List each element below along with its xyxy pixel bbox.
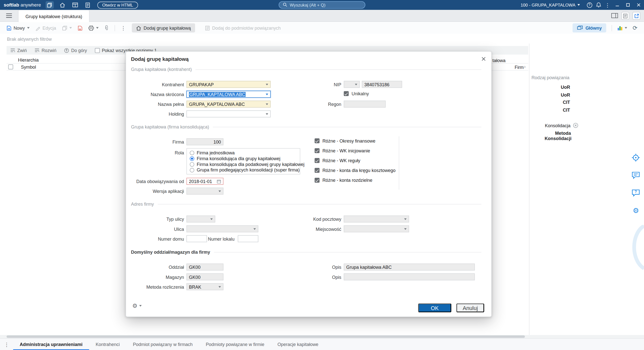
bottom-tab-kontrahenci[interactable]: Kontrahenci (89, 339, 126, 350)
short-name-field[interactable]: GRUPA_KAPTALOWA ABC (186, 91, 271, 98)
radio-unselected[interactable] (190, 150, 194, 155)
checkbox-row[interactable]: Różne - WK inicjowanie (315, 148, 396, 154)
target-crosshair-button[interactable] (630, 152, 641, 163)
chart-view-button[interactable] (617, 25, 627, 30)
go-to-top-button[interactable]: Do góry (64, 48, 87, 53)
scrollbar-thumb[interactable] (7, 335, 525, 338)
radio-option[interactable]: Firma konsolidująca dla podatkowej grupy… (190, 162, 297, 167)
close-dialog-icon[interactable] (480, 56, 486, 62)
bottom-tab-podmioty-powiazane[interactable]: Podmioty powiązane w firmie (199, 339, 271, 350)
remove-circle-icon[interactable] (573, 123, 578, 128)
column-hierarchia[interactable]: Hierarchia (18, 58, 39, 63)
column-firm[interactable]: Firm (515, 65, 524, 70)
radio-unselected[interactable] (190, 162, 194, 166)
radio-option[interactable]: Firma jednostkowa (190, 150, 297, 155)
chevron-down-icon[interactable] (210, 218, 213, 220)
radio-selected[interactable] (190, 156, 194, 161)
help-icon[interactable]: ? (585, 2, 594, 8)
kebab-menu-icon[interactable]: ⋮ (603, 2, 612, 8)
radio-option[interactable]: Grupa firm podlegających konsolidacji (s… (190, 167, 297, 172)
window-copy-icon[interactable] (46, 1, 54, 9)
column-group-right-fragment[interactable]: tałowa (493, 58, 506, 63)
bottom-tab-administracja[interactable]: Administracja uprawnieniami (13, 339, 89, 350)
new-button[interactable]: Nowy (7, 25, 29, 30)
checkbox-row[interactable]: Różne - konta dla kręgu kosztowego (315, 167, 396, 173)
attachment-button[interactable] (104, 25, 109, 31)
flat-number-field[interactable] (238, 235, 258, 242)
unique-checkbox-checked[interactable] (344, 91, 349, 96)
panel-layout-icon[interactable] (611, 13, 618, 19)
settings-gear-button[interactable]: ⚙ (630, 205, 641, 216)
description2-field[interactable] (344, 273, 475, 280)
delete-document-button[interactable] (77, 25, 83, 30)
toolbar-more-button[interactable]: ⋮ (120, 25, 126, 30)
calendar-icon[interactable] (217, 179, 221, 183)
bottom-kebab-icon[interactable]: ⋮ (0, 339, 13, 350)
column-nav-chevron[interactable]: › (524, 64, 526, 69)
chevron-down-icon[interactable] (266, 113, 268, 115)
chevron-down-icon[interactable] (404, 228, 407, 230)
description1-field[interactable]: Grupa kapitałowa ABC (344, 264, 475, 271)
select-all-checkbox[interactable] (8, 64, 13, 69)
chevron-down-icon[interactable] (266, 83, 268, 85)
checkbox-checked[interactable] (315, 178, 320, 183)
hamburger-menu-icon[interactable] (6, 13, 12, 19)
kontrahent-field[interactable]: GRUPAKAP (186, 81, 271, 88)
chevron-down-icon[interactable] (219, 286, 221, 288)
chevron-down-icon[interactable] (266, 93, 268, 95)
chevron-down-icon[interactable] (253, 228, 256, 230)
ok-button[interactable]: OK (418, 303, 451, 313)
refresh-button[interactable]: ⟳ (633, 25, 637, 31)
checkbox-unchecked[interactable] (95, 48, 100, 53)
radio-unselected[interactable] (190, 168, 194, 172)
horizontal-scrollbar[interactable] (0, 335, 644, 338)
share-external-button[interactable] (632, 12, 640, 20)
notes-button[interactable] (621, 12, 629, 20)
notifications-bell-icon[interactable] (594, 2, 603, 8)
chat-button[interactable] (630, 170, 641, 181)
street-field[interactable] (186, 225, 258, 232)
warehouse-field[interactable]: GK00 (186, 273, 223, 280)
house-number-label: Numer domu (131, 236, 184, 241)
add-capital-group-button[interactable]: Dodaj grupę kapitałową (132, 23, 195, 32)
print-button[interactable] (88, 25, 98, 30)
document-icon[interactable] (84, 1, 92, 9)
main-view-button[interactable]: Główny (572, 23, 606, 32)
full-name-field[interactable]: GRUPA_KAPTALOWA ABC (186, 101, 271, 108)
postal-code-field[interactable] (344, 215, 409, 223)
minimize-button[interactable] (612, 0, 623, 10)
unique-checkbox-row[interactable]: Unikalny (344, 91, 369, 96)
cancel-button[interactable]: Anuluj (456, 303, 484, 313)
tab-grupy-kapitalowe[interactable]: Grupy kapitałowe (struktura) (18, 10, 90, 22)
branch-field[interactable]: GK00 (186, 264, 223, 271)
checkbox-checked[interactable] (315, 148, 320, 153)
column-symbol[interactable]: Symbol (21, 64, 36, 69)
checkbox-row[interactable]: Różne - WK reguły (315, 158, 396, 163)
help-chat-button[interactable]: ? (630, 188, 641, 198)
chevron-down-icon[interactable] (404, 218, 407, 220)
collapse-button[interactable]: Zwiń (10, 48, 27, 53)
holding-field[interactable] (186, 110, 271, 117)
checkbox-row[interactable]: Różne - Okresy finansowe (315, 138, 396, 144)
context-selector[interactable]: 100 - GRUPA_KAPTALOWA (520, 3, 580, 8)
radio-option[interactable]: Firma konsolidująca dla grupy kapitałowe… (190, 156, 297, 161)
open-in-html-button[interactable]: Otwórz w HTML (97, 2, 138, 9)
street-type-field[interactable] (186, 215, 215, 223)
checkbox-row[interactable]: Różne - konta rozdzielne (315, 177, 396, 183)
valid-from-date-field[interactable]: 2018-01-01 (186, 178, 223, 185)
city-field[interactable] (344, 225, 409, 232)
bottom-tab-podmiot-powiazany[interactable]: Podmiot powiązany w firmach (126, 339, 199, 350)
close-window-button[interactable] (633, 0, 644, 10)
chevron-down-icon[interactable] (266, 103, 268, 105)
checkbox-checked[interactable] (315, 138, 320, 143)
settlement-method-field[interactable]: BRAK (186, 283, 223, 290)
checkbox-checked[interactable] (315, 168, 320, 173)
search-input[interactable]: Wyszukaj (Alt + Q) (279, 1, 365, 9)
checkbox-checked[interactable] (315, 158, 320, 163)
dialog-settings-button[interactable]: ⚙ (132, 303, 142, 309)
maximize-button[interactable] (623, 0, 633, 10)
home-icon[interactable] (58, 1, 66, 9)
bottom-tab-operacje-kapitalowe[interactable]: Operacje kapitałowe (271, 339, 325, 350)
expand-button[interactable]: Rozwiń (35, 48, 57, 53)
grid-icon[interactable] (71, 1, 79, 9)
